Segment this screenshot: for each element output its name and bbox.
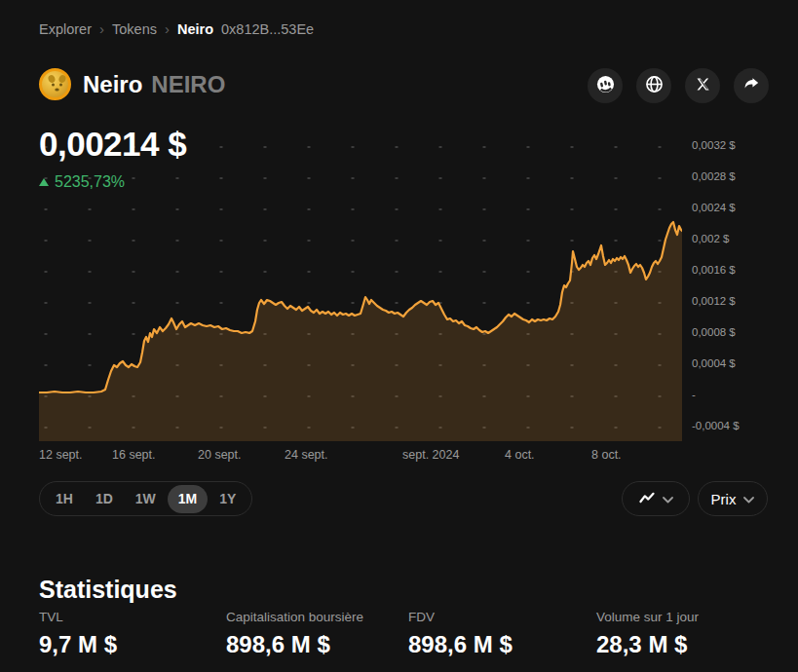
y-axis-tick: 0,0008 $ <box>692 326 736 338</box>
timeframe-1w[interactable]: 1W <box>125 485 167 513</box>
timeframe-1h[interactable]: 1H <box>45 485 84 513</box>
chart-y-axis: 0,0032 $0,0028 $0,0024 $0,002 $0,0016 $0… <box>692 131 765 441</box>
breadcrumb: Explorer›Tokens›Neiro0x812B...53Ee <box>39 20 314 37</box>
x-axis-tick: 20 sept. <box>198 448 241 462</box>
stat-item: FDV898,6 M $ <box>408 610 513 658</box>
website-button[interactable] <box>636 68 671 103</box>
timeframe-1d[interactable]: 1D <box>85 485 124 513</box>
change-up-icon <box>39 178 49 186</box>
x-axis-tick: 8 oct. <box>591 448 622 462</box>
stat-label: FDV <box>408 610 513 624</box>
price-unit-label: Prix <box>711 491 737 507</box>
x-axis-tick: 12 sept. <box>39 448 82 462</box>
statistics-title: Statistiques <box>39 576 177 604</box>
stat-label: Volume sur 1 jour <box>596 610 699 624</box>
token-address[interactable]: 0x812B...53Ee <box>221 21 314 37</box>
price-block: 0,00214 $ 5235,73% <box>39 125 186 191</box>
token-explorer-page: Explorer›Tokens›Neiro0x812B...53Ee Neiro… <box>0 0 798 672</box>
y-axis-tick: 0,0024 $ <box>692 202 736 213</box>
y-axis-tick: 0,0032 $ <box>692 139 736 151</box>
x-axis-tick: 24 sept. <box>285 448 327 462</box>
timeframe-selector: 1H1D1W1M1Y <box>39 481 252 516</box>
stat-item: Capitalisation boursière898,6 M $ <box>226 610 363 658</box>
token-logo-neiro-icon <box>39 68 71 100</box>
stat-label: Capitalisation boursière <box>226 610 363 624</box>
share-button[interactable] <box>734 68 769 103</box>
x-twitter-icon <box>696 77 710 95</box>
stat-value: 28,3 M $ <box>596 631 699 658</box>
breadcrumb-separator: › <box>165 20 170 37</box>
y-axis-tick: -0,0004 $ <box>692 420 740 431</box>
y-axis-tick: 0,0004 $ <box>692 357 736 369</box>
y-axis-tick: 0,0028 $ <box>692 170 736 182</box>
globe-icon <box>645 75 664 97</box>
timeframe-1y[interactable]: 1Y <box>209 485 247 513</box>
token-header: Neiro NEIRO <box>39 68 225 100</box>
twitter-button[interactable] <box>685 68 720 103</box>
token-name: Neiro <box>83 71 142 98</box>
price-unit-dropdown[interactable]: Prix <box>698 481 768 516</box>
y-axis-tick: 0,002 $ <box>692 233 729 244</box>
token-symbol: NEIRO <box>151 71 225 98</box>
stat-item: Volume sur 1 jour28,3 M $ <box>596 610 699 658</box>
breadcrumb-item-tokens[interactable]: Tokens <box>112 21 157 37</box>
stat-value: 898,6 M $ <box>226 631 363 658</box>
chart-area-fill <box>39 222 682 441</box>
token-actions <box>588 68 769 103</box>
chevron-down-icon <box>743 490 754 507</box>
token-price: 0,00214 $ <box>39 125 186 164</box>
statistics-grid: TVL9,7 M $Capitalisation boursière898,6 … <box>39 610 765 668</box>
stat-label: TVL <box>39 610 117 624</box>
chevron-down-icon <box>663 490 673 507</box>
stat-value: 898,6 M $ <box>408 631 513 658</box>
chart-x-axis: 12 sept.16 sept.20 sept.24 sept.sept. 20… <box>39 448 721 466</box>
timeframe-1m[interactable]: 1M <box>168 485 208 513</box>
chart-type-dropdown[interactable] <box>622 481 690 516</box>
x-axis-tick: sept. 2024 <box>402 448 459 462</box>
share-icon <box>742 75 760 96</box>
x-axis-tick: 4 oct. <box>505 448 535 462</box>
stat-value: 9,7 M $ <box>39 631 117 658</box>
etherscan-button[interactable] <box>588 68 623 103</box>
breadcrumb-item-explorer[interactable]: Explorer <box>39 21 92 37</box>
stat-item: TVL9,7 M $ <box>39 610 117 658</box>
y-axis-tick: - <box>692 389 696 400</box>
breadcrumb-item-neiro[interactable]: Neiro <box>177 21 213 37</box>
etherscan-icon <box>596 75 615 97</box>
y-axis-tick: 0,0016 $ <box>692 264 736 276</box>
price-change: 5235,73% <box>39 173 186 191</box>
price-change-percent: 5235,73% <box>55 173 125 191</box>
breadcrumb-separator: › <box>99 20 104 37</box>
line-chart-icon <box>639 490 655 507</box>
y-axis-tick: 0,0012 $ <box>692 295 736 307</box>
x-axis-tick: 16 sept. <box>112 448 155 462</box>
